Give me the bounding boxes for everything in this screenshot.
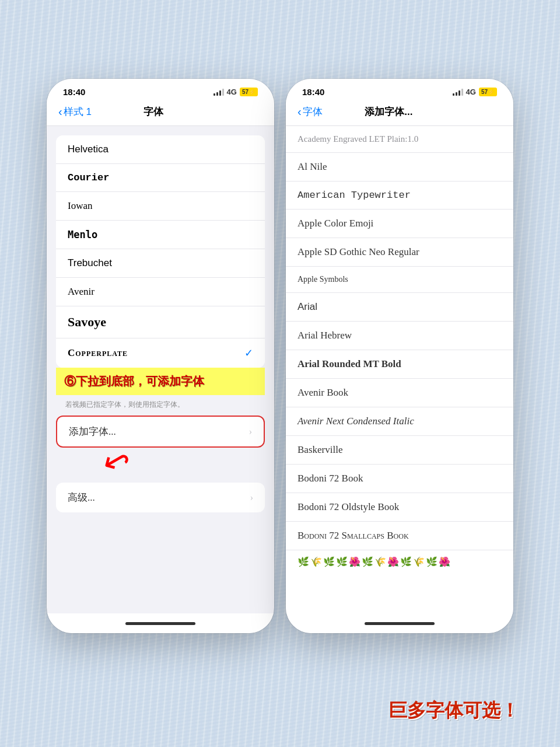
right-back-button[interactable]: ‹ 字体: [298, 105, 323, 118]
signal-icon: [453, 89, 463, 96]
right-status-bar: 18:40 4G 57⚡: [286, 79, 513, 100]
font-item-helvetica[interactable]: Helvetica: [56, 135, 265, 164]
right-content: Academy Engraved LET Plain:1.0 Al Nile A…: [286, 126, 513, 633]
font-name: Arial: [298, 301, 317, 313]
advanced-button[interactable]: 高级... ›: [56, 483, 265, 512]
font-name: Helvetica: [68, 144, 108, 155]
right-status-right: 4G 57⚡: [453, 88, 497, 96]
checkmark-icon: ✓: [244, 347, 253, 359]
home-bar: [365, 622, 435, 625]
chevron-right-icon: ›: [250, 493, 253, 503]
font-name: American Typewriter: [298, 190, 411, 201]
font-item-copperplate[interactable]: Copperplate ✓: [56, 338, 265, 368]
font-name: Menlo: [68, 229, 97, 240]
right-font-item[interactable]: Al Nile: [286, 153, 513, 181]
right-font-item[interactable]: Baskerville: [286, 436, 513, 465]
decorative-footer: 🌿🌾🌿🌿🌺🌿🌾🌺🌿🌾🌿🌺: [286, 550, 513, 573]
right-nav-title: 添加字体...: [365, 105, 412, 118]
font-name: Avenir: [68, 286, 94, 298]
font-name: Trebuchet: [68, 257, 112, 269]
font-name: Arial Hebrew: [298, 330, 352, 341]
right-font-item[interactable]: Apple Symbols: [286, 267, 513, 293]
right-font-item[interactable]: Arial Hebrew: [286, 322, 513, 350]
left-status-bar: 18:40 4G 57⚡: [47, 79, 274, 100]
home-bar: [125, 622, 195, 625]
annotation-text: ⑥下拉到底部，可添加字体: [64, 374, 257, 389]
left-font-list: Helvetica Courier Iowan Menlo Trebuchet: [56, 135, 265, 368]
battery-badge: 57⚡: [479, 88, 497, 96]
font-name: Arial Rounded MT Bold: [298, 358, 401, 370]
right-font-item[interactable]: Avenir Book: [286, 379, 513, 407]
right-font-item[interactable]: Academy Engraved LET Plain:1.0: [286, 126, 513, 153]
arrow-annotation: ↩: [103, 442, 130, 480]
right-nav-bar: ‹ 字体 添加字体...: [286, 100, 513, 126]
font-name: Baskerville: [298, 444, 342, 456]
font-name: Avenir Next Condensed Italic: [298, 416, 414, 427]
font-name: Al Nile: [298, 161, 327, 173]
phones-container: 18:40 4G 57⚡ ‹ 样式 1 字体: [47, 79, 513, 633]
advanced-label: 高级...: [68, 491, 95, 504]
add-font-label: 添加字体...: [69, 425, 116, 438]
right-font-item[interactable]: Apple SD Gothic Neo Regular: [286, 238, 513, 267]
font-name: Apple Color Emoji: [298, 218, 373, 229]
font-item-iowan[interactable]: Iowan: [56, 192, 265, 221]
font-item-courier[interactable]: Courier: [56, 164, 265, 192]
home-indicator: [47, 613, 274, 633]
font-name: Apple SD Gothic Neo Regular: [298, 246, 419, 258]
font-name: Academy Engraved LET Plain:1.0: [298, 134, 418, 144]
font-name: Copperplate: [68, 347, 128, 359]
right-home-indicator: [286, 613, 513, 633]
right-time: 18:40: [302, 87, 324, 97]
bottom-caption: 巨多字体可选！: [388, 698, 519, 724]
right-font-item[interactable]: Avenir Next Condensed Italic: [286, 407, 513, 436]
font-name: Apple Symbols: [298, 275, 348, 284]
battery-badge: 57⚡: [240, 88, 258, 96]
add-font-section: 添加字体... › ↩: [56, 416, 265, 448]
left-phone: 18:40 4G 57⚡ ‹ 样式 1 字体: [47, 79, 274, 633]
font-name: Savoye: [68, 315, 106, 330]
font-name: Courier: [68, 172, 109, 183]
font-name: Avenir Book: [298, 387, 348, 399]
font-name: Bodoni 72 Oldstyle Book: [298, 501, 399, 513]
right-font-item[interactable]: Arial Rounded MT Bold: [286, 350, 513, 379]
note-text: 若视频已指定字体，则使用指定字体。: [56, 395, 265, 413]
right-font-list: Academy Engraved LET Plain:1.0 Al Nile A…: [286, 126, 513, 613]
left-status-right: 4G 57⚡: [214, 88, 258, 96]
chevron-left-icon: ‹: [298, 105, 302, 118]
right-font-item-apple-color-emoji[interactable]: Apple Color Emoji: [286, 210, 513, 238]
right-font-item[interactable]: Bodoni 72 Oldstyle Book: [286, 493, 513, 522]
right-font-item[interactable]: American Typewriter: [286, 181, 513, 210]
advanced-section: 高级... ›: [56, 483, 265, 512]
signal-icon: [214, 89, 224, 96]
left-nav-bar: ‹ 样式 1 字体: [47, 100, 274, 126]
left-nav-title: 字体: [144, 105, 163, 118]
right-font-item[interactable]: Bodoni 72 Book: [286, 465, 513, 493]
font-name: Bodoni 72 Smallcaps Book: [298, 530, 409, 542]
font-name: Iowan: [68, 200, 92, 212]
left-back-button[interactable]: ‹ 样式 1: [58, 105, 92, 118]
chevron-left-icon: ‹: [58, 105, 62, 118]
chevron-right-icon: ›: [249, 427, 252, 437]
font-item-avenir[interactable]: Avenir: [56, 278, 265, 306]
network-badge: 4G: [466, 88, 476, 96]
font-item-menlo[interactable]: Menlo: [56, 221, 265, 249]
right-phone: 18:40 4G 57⚡ ‹ 字体 添加字体...: [286, 79, 513, 633]
font-name: Bodoni 72 Book: [298, 473, 363, 484]
right-font-item[interactable]: Arial: [286, 293, 513, 322]
font-item-savoye[interactable]: Savoye: [56, 306, 265, 338]
network-badge: 4G: [227, 88, 237, 96]
add-font-button[interactable]: 添加字体... ›: [56, 416, 265, 448]
right-font-item[interactable]: Bodoni 72 Smallcaps Book: [286, 522, 513, 550]
font-item-trebuchet[interactable]: Trebuchet: [56, 249, 265, 278]
left-time: 18:40: [63, 87, 85, 97]
